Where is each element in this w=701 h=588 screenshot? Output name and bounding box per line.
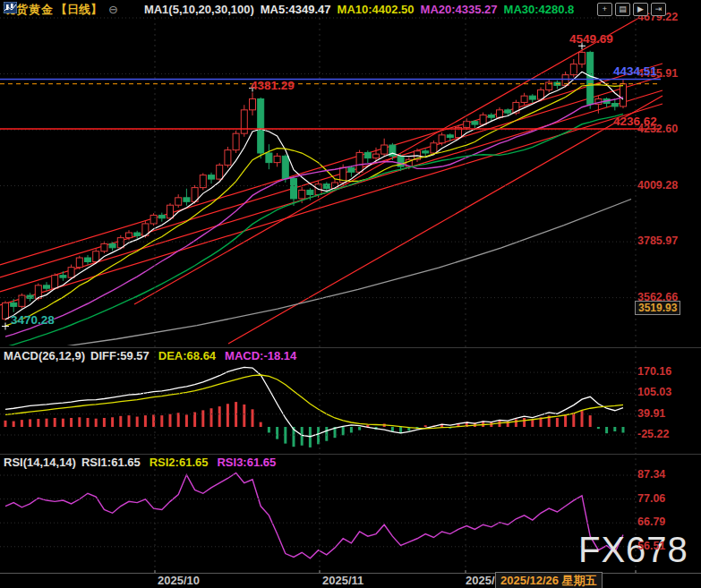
macd-axis-label: -25.22 [637,428,669,440]
rsi-axis-label: 77.06 [637,492,665,505]
macd-axis-label: 170.16 [637,365,671,378]
panel-separator-macd [0,347,701,348]
jump-to-latest-icon[interactable]: ⇥ [651,3,666,16]
x-axis-label: 2025/10 [158,574,200,587]
macd-dea-value: DEA:68.64 [158,349,216,362]
rsi1-value: RSI1:61.65 [81,456,141,469]
ma20-value: MA20:4335.27 [421,3,498,16]
panel-separator-rsi [0,454,701,455]
price-axis-label: 4009.28 [637,179,678,192]
price-annotation: 4434.51 [613,64,657,78]
axis-scale-icon[interactable]: ▤ [615,3,630,16]
rsi2-value: RSI2:61.65 [150,456,209,469]
macd-title: MACD(26,12,9) [4,349,85,362]
macd-header: MACD(26,12,9) DIFF:59.57 DEA:68.64 MACD:… [4,349,296,362]
macd-axis-label: 105.03 [637,386,671,398]
chart-toolbar: +▤▶⇥ [597,3,666,16]
price-chart-canvas[interactable] [0,0,701,588]
rsi-header: RSI(14,14,14) RSI1:61.65 RSI2:61.65 RSI3… [4,456,276,469]
rsi-title: RSI(14,14,14) [4,456,76,469]
rsi-axis-label: 87.34 [637,468,665,481]
selected-date-label: 2025/12/26 星期五 [495,572,603,588]
rsi3-value: RSI3:61.65 [217,456,276,469]
price-annotation: 4549.69 [569,32,613,46]
macd-axis-label: 39.91 [637,407,665,420]
price-axis-highlight-label: 3519.93 [635,301,680,315]
price-annotation: 3470.28 [11,313,55,327]
ma10-value: MA10:4402.50 [338,3,415,16]
collapse-icon[interactable]: ⊖ [108,3,118,16]
chart-style-icon[interactable] [124,4,138,15]
rsi-axis-label: 66.79 [637,516,665,528]
period-label: 【日线】 [56,2,102,18]
ma-settings-label: MA1(5,10,20,30,100) [144,3,254,16]
watermark: FX678 [578,530,688,570]
price-annotation: 4381.29 [251,79,295,92]
indicator-window-icon[interactable]: ▶ [633,3,648,16]
ma5-value: MA5:4349.47 [261,3,331,16]
chart-header: 现货黄金 【日线】 ⊖ MA1(5,10,20,30,100) MA5:4349… [4,2,574,17]
macd-macd-value: MACD:-18.14 [225,349,296,362]
price-axis-label: 3785.97 [637,234,678,247]
x-axis-label: 2025/11 [322,574,363,587]
chart-window: 现货黄金 【日线】 ⊖ MA1(5,10,20,30,100) MA5:4349… [0,0,701,588]
rsi-axis-label: 56.51 [637,540,665,552]
pan-crosshair-icon[interactable]: + [597,3,612,16]
macd-diff-value: DIFF:59.57 [90,349,150,362]
price-annotation: 4236.62 [613,115,657,128]
ma30-value: MA30:4280.8 [504,3,575,16]
